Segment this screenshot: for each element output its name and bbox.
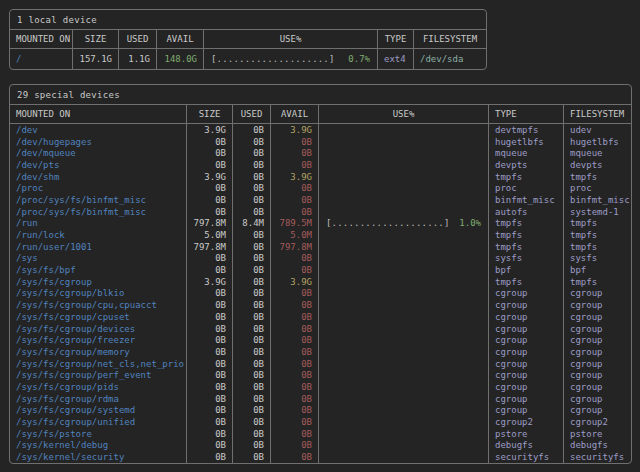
cell-size: 0B xyxy=(187,288,233,300)
cell-used: 0B xyxy=(233,369,271,381)
cell-use-percent xyxy=(319,358,489,370)
cell-filesystem: systemd-1 xyxy=(564,206,631,218)
cell-use-percent: [....................]1.0% xyxy=(319,218,489,230)
cell-avail: 0B xyxy=(271,288,319,300)
column-header-size: SIZE xyxy=(187,105,233,123)
cell-avail: 0B xyxy=(271,346,319,358)
device-row: /sys/fs/cgroup/freezer0B0B0Bcgroupcgroup xyxy=(10,334,631,346)
cell-used: 0B xyxy=(233,346,271,358)
cell-type: devtmpfs xyxy=(489,124,564,136)
cell-mounted-on: /sys/fs/pstore xyxy=(10,428,187,440)
device-row: /sys/fs/cgroup/unified0B0B0Bcgroup2cgrou… xyxy=(10,416,631,428)
cell-filesystem: cgroup xyxy=(564,288,631,300)
cell-avail: 0B xyxy=(271,405,319,417)
cell-mounted-on: /sys/fs/cgroup/net_cls,net_prio xyxy=(10,358,187,370)
cell-size: 3.9G xyxy=(187,171,233,183)
cell-avail: 0B xyxy=(271,264,319,276)
column-header-mounted-on: MOUNTED ON xyxy=(10,30,73,48)
cell-avail: 0B xyxy=(271,147,319,159)
cell-size: 3.9G xyxy=(187,276,233,288)
device-row: /sys/fs/cgroup/devices0B0B0Bcgroupcgroup xyxy=(10,323,631,335)
cell-use-percent xyxy=(319,405,489,417)
cell-mounted-on: /sys/fs/cgroup/perf_event xyxy=(10,369,187,381)
cell-mounted-on: /dev/hugepages xyxy=(10,136,187,148)
cell-used: 0B xyxy=(233,182,271,194)
cell-mounted-on: /sys/fs/cgroup xyxy=(10,276,187,288)
cell-size: 0B xyxy=(187,253,233,265)
cell-size: 0B xyxy=(187,381,233,393)
cell-filesystem: cgroup2 xyxy=(564,416,631,428)
cell-mounted-on: /sys/fs/cgroup/unified xyxy=(10,416,187,428)
device-row: /sys/fs/pstore0B0B0Bpstorepstore xyxy=(10,428,631,440)
cell-size: 0B xyxy=(187,194,233,206)
device-row: /sys/kernel/debug0B0B0Bdebugfsdebugfs xyxy=(10,440,631,452)
cell-used: 0B xyxy=(233,334,271,346)
cell-mounted-on: /run/lock xyxy=(10,229,187,241)
cell-use-percent: [....................]0.7% xyxy=(204,49,378,69)
column-header-mounted-on: MOUNTED ON xyxy=(10,105,187,123)
cell-use-percent xyxy=(319,171,489,183)
terminal-screen: 1 local device MOUNTED ONSIZEUSEDAVAILUS… xyxy=(0,0,640,464)
device-row: /sys/kernel/security0B0B0Bsecurityfssecu… xyxy=(10,451,631,463)
table-title: 1 local device xyxy=(10,10,486,30)
cell-filesystem: cgroup xyxy=(564,323,631,335)
cell-used: 0B xyxy=(233,358,271,370)
cell-type: bpf xyxy=(489,264,564,276)
cell-use-percent xyxy=(319,253,489,265)
cell-avail: 0B xyxy=(271,334,319,346)
device-row: /proc/sys/fs/binfmt_misc0B0B0Bbinfmt_mis… xyxy=(10,194,631,206)
cell-size: 0B xyxy=(187,136,233,148)
cell-use-percent xyxy=(319,451,489,463)
cell-mounted-on: /proc xyxy=(10,182,187,194)
cell-size: 5.0M xyxy=(187,229,233,241)
cell-size: 0B xyxy=(187,159,233,171)
header-row: MOUNTED ONSIZEUSEDAVAILUSE%TYPEFILESYSTE… xyxy=(10,105,631,124)
cell-avail: 0B xyxy=(271,253,319,265)
cell-size: 0B xyxy=(187,206,233,218)
cell-use-percent xyxy=(319,241,489,253)
device-row: /dev/mqueue0B0B0Bmqueuemqueue xyxy=(10,147,631,159)
device-row: /dev/pts0B0B0Bdevptsdevpts xyxy=(10,159,631,171)
cell-used: 0B xyxy=(233,451,271,463)
cell-size: 0B xyxy=(187,393,233,405)
cell-type: tmpfs xyxy=(489,229,564,241)
usage-percent: 1.0% xyxy=(459,218,481,228)
header-row: MOUNTED ONSIZEUSEDAVAILUSE%TYPEFILESYSTE… xyxy=(10,30,486,49)
cell-mounted-on: /sys/fs/cgroup/devices xyxy=(10,323,187,335)
cell-filesystem: cgroup xyxy=(564,405,631,417)
cell-filesystem: proc xyxy=(564,182,631,194)
cell-type: cgroup xyxy=(489,358,564,370)
cell-mounted-on: /sys/fs/cgroup/pids xyxy=(10,381,187,393)
cell-mounted-on: /dev/mqueue xyxy=(10,147,187,159)
cell-use-percent xyxy=(319,206,489,218)
cell-avail: 0B xyxy=(271,369,319,381)
device-row: /proc/sys/fs/binfmt_misc0B0B0Bautofssyst… xyxy=(10,206,631,218)
device-row: /sys/fs/cgroup/blkio0B0B0Bcgroupcgroup xyxy=(10,288,631,300)
cell-filesystem: debugfs xyxy=(564,440,631,452)
cell-type: cgroup xyxy=(489,405,564,417)
cell-avail: 3.9G xyxy=(271,124,319,136)
column-header-use-percent: USE% xyxy=(319,105,489,123)
cell-mounted-on: /dev xyxy=(10,124,187,136)
cell-avail: 789.5M xyxy=(271,218,319,230)
cell-used: 0B xyxy=(233,440,271,452)
cell-use-percent xyxy=(319,311,489,323)
cell-filesystem: cgroup xyxy=(564,299,631,311)
cell-use-percent xyxy=(319,229,489,241)
cell-filesystem: cgroup xyxy=(564,358,631,370)
special-devices-table: 29 special devices MOUNTED ONSIZEUSEDAVA… xyxy=(9,84,632,464)
cell-type: cgroup xyxy=(489,334,564,346)
column-header-size: SIZE xyxy=(73,30,119,48)
cell-use-percent xyxy=(319,323,489,335)
cell-use-percent xyxy=(319,288,489,300)
cell-avail: 0B xyxy=(271,159,319,171)
cell-size: 0B xyxy=(187,264,233,276)
cell-filesystem: udev xyxy=(564,124,631,136)
device-row: /dev3.9G0B3.9Gdevtmpfsudev xyxy=(10,124,631,136)
cell-use-percent xyxy=(319,369,489,381)
cell-used: 0B xyxy=(233,253,271,265)
cell-type: sysfs xyxy=(489,253,564,265)
cell-type: autofs xyxy=(489,206,564,218)
cell-mounted-on: /sys/fs/bpf xyxy=(10,264,187,276)
cell-use-percent xyxy=(319,416,489,428)
